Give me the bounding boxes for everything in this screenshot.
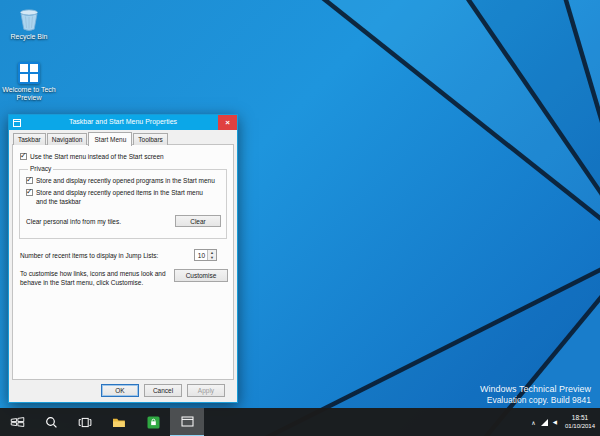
clock[interactable]: 18:51 01/10/2014 <box>565 414 595 431</box>
store-items-checkbox[interactable]: ✓ Store and display recently opened item… <box>26 189 214 207</box>
file-explorer-button[interactable] <box>102 408 136 436</box>
watermark-line1: Windows Technical Preview <box>480 384 591 394</box>
privacy-legend: Privacy <box>28 165 53 172</box>
tab-strip: Taskbar Navigation Start Menu Toolbars <box>13 132 169 145</box>
checkbox-checked-icon: ✓ <box>20 153 27 160</box>
taskbar-properties-window-button[interactable] <box>170 408 204 436</box>
close-icon: × <box>225 119 230 127</box>
apply-button[interactable]: Apply <box>187 384 225 397</box>
tab-toolbars[interactable]: Toolbars <box>133 133 168 145</box>
dialog-titlebar[interactable]: Taskbar and Start Menu Properties × <box>9 115 237 130</box>
hidden-icons-button[interactable]: ∧ <box>531 419 535 426</box>
customise-button[interactable]: Customise <box>174 269 228 282</box>
store-icon <box>147 416 160 429</box>
search-icon <box>45 416 58 429</box>
windows-logo-icon <box>10 416 25 428</box>
recycle-bin-icon <box>16 6 42 32</box>
task-view-button[interactable] <box>68 408 102 436</box>
clear-tiles-row: Clear personal info from my tiles. Clear <box>26 214 221 228</box>
jump-list-count-spinner[interactable]: 10 ▲ ▼ <box>194 249 217 261</box>
desktop-icon-label: Recycle Bin <box>2 33 56 41</box>
search-button[interactable] <box>34 408 68 436</box>
desktop-icon-welcome[interactable]: Welcome to Tech Preview <box>2 60 56 102</box>
clear-tiles-label: Clear personal info from my tiles. <box>26 218 121 225</box>
clock-date: 01/10/2014 <box>565 422 595 430</box>
privacy-group: Privacy ✓ Store and display recently ope… <box>19 169 227 239</box>
tab-navigation[interactable]: Navigation <box>47 133 88 145</box>
file-explorer-icon <box>112 417 126 428</box>
spinner-arrows: ▲ ▼ <box>207 250 216 260</box>
cancel-button[interactable]: Cancel <box>144 384 182 397</box>
use-start-menu-label: Use the Start menu instead of the Start … <box>30 153 164 162</box>
dialog-buttons: OK Cancel Apply <box>101 384 225 397</box>
clock-time: 18:51 <box>565 414 595 423</box>
store-items-label: Store and display recently opened items … <box>36 189 214 207</box>
taskbar-properties-dialog: Taskbar and Start Menu Properties × Task… <box>8 114 238 403</box>
watermark-line2: Evaluation copy. Build 9841 <box>480 395 591 405</box>
store-programs-checkbox[interactable]: ✓ Store and display recently opened prog… <box>26 177 220 186</box>
jump-lists-row: Number of recent items to display in Jum… <box>20 249 217 261</box>
welcome-tile-icon <box>18 62 40 84</box>
system-tray: ∧ ◀ 18:51 01/10/2014 <box>531 408 600 436</box>
jump-list-count-value: 10 <box>195 250 207 260</box>
close-button[interactable]: × <box>218 115 237 130</box>
desktop-icon-recycle-bin[interactable]: Recycle Bin <box>2 6 56 41</box>
customise-label: To customise how links, icons and menus … <box>20 269 170 287</box>
jump-lists-label: Number of recent items to display in Jum… <box>20 252 158 259</box>
ok-button[interactable]: OK <box>101 384 139 397</box>
store-programs-label: Store and display recently opened progra… <box>36 177 215 186</box>
taskbar: ∧ ◀ 18:51 01/10/2014 <box>0 408 600 436</box>
desktop: Recycle Bin Welcome to Tech Preview Wind… <box>0 0 600 436</box>
dialog-title: Taskbar and Start Menu Properties <box>9 118 237 125</box>
task-view-icon <box>78 417 92 428</box>
desktop-icon-label: Welcome to Tech Preview <box>2 86 56 102</box>
checkbox-checked-icon: ✓ <box>26 189 33 196</box>
store-button[interactable] <box>136 408 170 436</box>
volume-icon[interactable]: ◀ <box>553 419 557 425</box>
watermark: Windows Technical Preview Evaluation cop… <box>480 384 591 405</box>
tab-taskbar[interactable]: Taskbar <box>13 133 46 145</box>
spinner-down-icon[interactable]: ▼ <box>208 255 216 260</box>
tab-start-menu[interactable]: Start Menu <box>88 132 132 146</box>
start-button[interactable] <box>0 408 34 436</box>
use-start-menu-checkbox[interactable]: ✓ Use the Start menu instead of the Star… <box>20 153 225 162</box>
checkbox-checked-icon: ✓ <box>26 177 33 184</box>
window-icon <box>181 416 194 427</box>
tab-page-start-menu: ✓ Use the Start menu instead of the Star… <box>12 144 234 380</box>
clear-button[interactable]: Clear <box>175 215 221 227</box>
network-icon[interactable] <box>541 419 548 426</box>
customise-row: To customise how links, icons and menus … <box>20 269 228 287</box>
